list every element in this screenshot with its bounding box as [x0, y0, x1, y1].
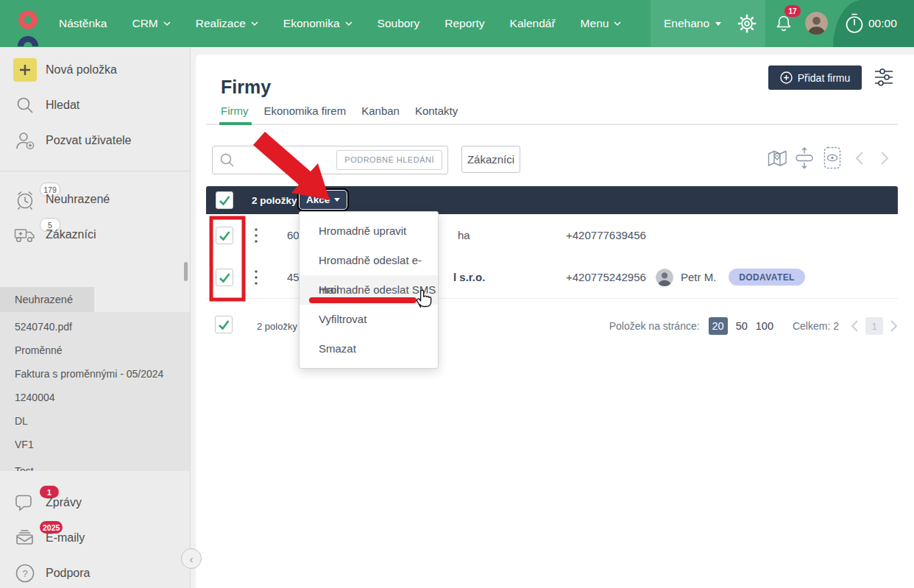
- per-page-100[interactable]: 100: [756, 320, 773, 332]
- map-view-button[interactable]: [768, 149, 787, 171]
- nav-reporty[interactable]: Reporty: [444, 17, 484, 30]
- chevron-down-icon: [345, 21, 353, 26]
- envelope-icon: 2025: [13, 526, 37, 550]
- nav-realizace[interactable]: Realizace: [196, 17, 258, 30]
- check-icon: [216, 227, 233, 244]
- add-company-label: Přidat firmu: [798, 72, 851, 84]
- row-checkbox[interactable]: [216, 269, 233, 286]
- menu-item-bulk-sms[interactable]: Hromadně odeslat SMS: [300, 275, 438, 305]
- company-name-fragment: l s.r.o.: [453, 256, 485, 298]
- nav-ekonomika[interactable]: Ekonomika: [283, 17, 353, 30]
- nav-label: Reporty: [444, 17, 484, 30]
- tabs-divider: [206, 124, 898, 125]
- per-page-20[interactable]: 20: [709, 317, 728, 335]
- detailed-search-button[interactable]: PODROBNÉ HLEDÁNÍ: [336, 150, 442, 170]
- tab-firmy[interactable]: Firmy: [221, 105, 249, 117]
- tab-ekonomika-firem[interactable]: Ekonomika firem: [264, 105, 347, 117]
- tab-kontakty[interactable]: Kontakty: [415, 105, 458, 117]
- timer-value: 00:00: [868, 0, 897, 47]
- logo-icon: [12, 4, 44, 46]
- contact-name[interactable]: Petr M.: [681, 256, 716, 298]
- customers-filter-button[interactable]: Zákazníci: [461, 146, 520, 173]
- main-menu: Nástěnka CRM Realizace Ekonomika Soubory…: [59, 0, 621, 47]
- nav-dashboard[interactable]: Nástěnka: [59, 17, 107, 30]
- menu-item-delete[interactable]: Smazat: [300, 334, 438, 364]
- recent-item[interactable]: VF1: [15, 437, 34, 452]
- sidebar-item-new-item[interactable]: Nová položka: [0, 55, 190, 85]
- view-settings-button[interactable]: [874, 68, 893, 89]
- app-logo[interactable]: [12, 4, 44, 49]
- speech-bubble-icon: 1: [13, 491, 37, 514]
- left-sidebar: Nová položka Hledat Pozvat uživatele 179…: [0, 47, 191, 588]
- recent-item[interactable]: Faktura s proměnnými - 05/2024: [15, 366, 163, 381]
- app-window: Nástěnka CRM Realizace Ekonomika Soubory…: [0, 0, 914, 588]
- recent-header-spacer: [94, 287, 190, 312]
- add-company-button[interactable]: Přidat firmu: [768, 65, 862, 90]
- settings-button[interactable]: [737, 14, 757, 36]
- svg-text:?: ?: [22, 568, 27, 579]
- nav-label: CRM: [132, 17, 157, 30]
- next-page-button[interactable]: [880, 151, 889, 169]
- person-add-icon: [13, 129, 37, 152]
- gear-icon: [737, 14, 757, 33]
- nav-kalendar[interactable]: Kalendář: [510, 17, 556, 30]
- sidebar-collapse-button[interactable]: ‹: [181, 548, 202, 569]
- recent-item[interactable]: Proměnné: [15, 343, 63, 358]
- nav-label: Ekonomika: [283, 17, 340, 30]
- timer-button[interactable]: [843, 13, 865, 38]
- sidebar-item-label: Neuhrazené: [46, 193, 110, 206]
- workspace-section: Enehano: [651, 0, 765, 47]
- row-checkbox[interactable]: [216, 227, 233, 244]
- notifications-badge: 17: [784, 5, 801, 17]
- company-city-fragment: ha: [458, 214, 470, 256]
- company-phone: +420777639456: [566, 214, 646, 256]
- row-menu-button[interactable]: [249, 227, 263, 244]
- chevron-right-icon[interactable]: [890, 319, 898, 333]
- actions-dropdown-menu: Hromadně upravit Hromadně odeslat e-mail…: [299, 211, 439, 369]
- watch-view-button[interactable]: [823, 146, 842, 172]
- recent-item[interactable]: 1240004: [15, 390, 55, 405]
- nav-soubory[interactable]: Soubory: [378, 17, 420, 30]
- recent-item[interactable]: 5240740.pdf: [15, 319, 72, 334]
- sidebar-item-label: Zprávy: [46, 496, 82, 509]
- sidebar-scrollbar-thumb[interactable]: [184, 262, 188, 281]
- row-menu-button[interactable]: [249, 269, 263, 286]
- sidebar-item-customers[interactable]: 5 Zákazníci: [0, 220, 190, 249]
- sidebar-item-invite-user[interactable]: Pozvat uživatele: [0, 126, 190, 155]
- page-number[interactable]: 1: [865, 317, 883, 335]
- per-page-50[interactable]: 50: [736, 320, 748, 332]
- expand-rows-button[interactable]: [795, 146, 814, 172]
- footer-count: 2 položky: [257, 309, 297, 343]
- tab-kanban[interactable]: Kanban: [361, 105, 400, 117]
- notifications-button[interactable]: [774, 14, 793, 36]
- actions-button-label: Akce: [306, 194, 330, 205]
- page-title: Firmy: [221, 77, 271, 98]
- select-all-checkbox[interactable]: [216, 191, 233, 209]
- menu-item-filter[interactable]: Vyfiltrovat: [300, 305, 438, 334]
- sidebar-item-support[interactable]: ? Podpora: [0, 559, 190, 588]
- per-page-label: Položek na stránce:: [609, 320, 700, 332]
- prev-page-button[interactable]: [855, 151, 864, 169]
- select-all-checkbox[interactable]: [215, 316, 233, 333]
- user-avatar[interactable]: [805, 12, 828, 35]
- nav-label: Menu: [581, 17, 609, 30]
- chevron-left-icon[interactable]: [851, 319, 859, 333]
- sidebar-item-unpaid[interactable]: 179 Neuhrazené: [0, 185, 190, 214]
- workspace-selector[interactable]: Enehano: [664, 0, 721, 47]
- nav-menu[interactable]: Menu: [581, 17, 622, 30]
- recent-item[interactable]: Test: [15, 464, 34, 471]
- menu-item-bulk-email[interactable]: Hromadně odeslat e-mail: [300, 246, 438, 275]
- sidebar-item-messages[interactable]: 1 Zprávy: [0, 488, 190, 517]
- total-label: Celkem: 2: [793, 320, 839, 332]
- sidebar-item-search[interactable]: Hledat: [0, 91, 190, 120]
- check-icon: [216, 316, 232, 333]
- sliders-icon: [874, 68, 893, 86]
- sidebar-item-label: Podpora: [46, 567, 91, 580]
- check-icon: [216, 192, 233, 208]
- sidebar-item-emails[interactable]: 2025 E-maily: [0, 523, 190, 553]
- nav-crm[interactable]: CRM: [132, 17, 170, 30]
- menu-item-bulk-edit[interactable]: Hromadně upravit: [300, 216, 438, 246]
- recent-item[interactable]: DL: [15, 414, 28, 428]
- actions-dropdown-button[interactable]: Akce: [299, 190, 347, 210]
- sidebar-item-label: E-maily: [46, 531, 85, 545]
